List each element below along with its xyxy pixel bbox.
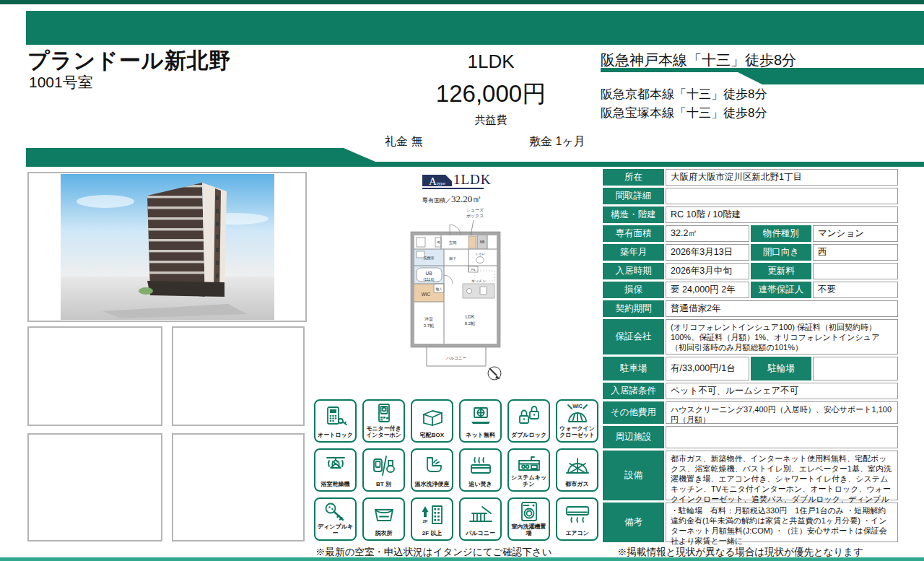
property-flyer-page: プランドール新北野 1001号室 1LDK 126,000円 共益費 礼金 無 …	[0, 0, 924, 561]
room-label-ub-size: (1116)	[423, 277, 434, 282]
table-row-location: 所在 大阪府大阪市淀川区新北野1丁目	[603, 169, 898, 186]
type-letter: A	[429, 175, 437, 187]
amenity-cell-4: ネット無料	[459, 399, 502, 443]
bottom-strip	[0, 557, 924, 561]
amenity-cell-9: 温水洗浄便座	[411, 448, 453, 492]
divider-band-swoosh	[26, 148, 924, 167]
property-name: プランドール新北野	[27, 46, 232, 76]
amenity-label: モニター付きインターホン	[364, 426, 404, 439]
floorplan-type-badge: Atype	[422, 175, 452, 186]
table-row-guarantor-company: 保証会社 (オリコフォレントインシュア100) 保証料（初回契約時）100%、保…	[603, 319, 898, 355]
amenity-label: ウォークインクローゼット	[557, 426, 597, 439]
access-line-3: 阪急宝塚本線「十三」徒歩8分	[601, 105, 767, 121]
amenity-cell-12: 都市ガス	[556, 448, 598, 492]
room-label-ps: PS	[471, 268, 476, 271]
double-lock-icon	[515, 401, 544, 432]
amenity-cell-10: 追い焚き	[459, 448, 502, 492]
amenity-cell-16: バルコニー	[459, 497, 502, 541]
room-label-bedroom-size: 3.7帖	[424, 323, 434, 329]
access-line-2: 阪急京都本線「十三」徒歩8分	[601, 86, 767, 103]
amenity-label: システムキッチン	[509, 475, 549, 488]
property-table: 所在 大阪府大阪市淀川区新北野1丁目 間取詳細 構造・階建 RC 10階 / 1…	[603, 169, 898, 544]
room-label-toilet: トイレ	[475, 252, 485, 256]
dressing-room-icon	[370, 499, 398, 531]
amenity-cell-7: 浴室乾燥機	[314, 448, 357, 492]
table-row-area: 専有面積 32.2㎡ 物件種別 マンション	[603, 225, 898, 242]
table-row-movein: 入居時期 2026年3月中旬 更新料	[603, 263, 898, 279]
room-label-mono: 物入	[436, 287, 443, 292]
room-label-shoes-2: ボックス	[466, 214, 484, 218]
room-label-senmen: 洗面室	[424, 256, 435, 261]
amenity-label: 追い焚き	[468, 482, 492, 488]
room-label-mb: MB	[480, 240, 485, 244]
amenity-cell-6: WICウォークインクローゼット	[556, 399, 598, 443]
washlet-icon	[418, 450, 447, 482]
compass-icon	[488, 367, 501, 380]
room-label-wic: WIC	[422, 292, 431, 297]
walk-in-closet-icon: WIC	[563, 401, 592, 426]
building-photo	[61, 174, 274, 320]
amenity-cell-5: ダブルロック	[507, 399, 550, 443]
reheat-bath-icon	[466, 450, 495, 482]
amenity-cell-14: 脱衣所	[362, 497, 405, 541]
table-row-insurance: 損保 要 24,000円 2年 連帯保証人 不要	[603, 282, 898, 298]
access-underline-swoosh	[601, 68, 924, 84]
second-floor-up-icon: 2F	[418, 499, 447, 531]
amenity-cell-1: オートロック	[314, 399, 357, 443]
bath-toilet-separate-icon	[370, 450, 398, 482]
building-photo-box	[27, 172, 307, 322]
amenity-cell-11: システムキッチン	[507, 448, 550, 492]
rent-amount: 126,000円	[401, 78, 581, 110]
balcony-icon	[466, 499, 495, 531]
room-label-ldk: LDK	[466, 314, 475, 319]
table-row-built: 築年月 2026年3月13日 開口向き 西	[603, 244, 898, 261]
floorplan-underline	[422, 188, 484, 189]
room-label-genkan: 玄関	[449, 240, 458, 245]
delivery-box-icon	[418, 401, 447, 432]
monitor-intercom-icon	[370, 401, 398, 426]
amenity-cell-3: 宅配BOX	[411, 399, 453, 443]
header-band	[26, 11, 924, 45]
amenity-label: ネット無料	[466, 432, 495, 439]
svg-text:WIC: WIC	[572, 404, 583, 409]
room-label-bedroom: 洋室	[424, 316, 433, 321]
table-row-structure: 構造・階建 RC 10階 / 10階建	[603, 206, 898, 223]
amenity-cell-18: エアコン	[556, 497, 598, 541]
amenity-cell-13: ディンプルキー	[314, 497, 357, 541]
table-row-layout-detail: 間取詳細	[603, 188, 898, 204]
table-row-parking: 駐車場 有/33,000円/1台 駐輪場	[603, 357, 898, 380]
amenity-label: オートロック	[318, 432, 353, 439]
amenity-label: ディンプルキー	[315, 524, 355, 537]
room-number: 1001号室	[29, 72, 93, 92]
table-row-nearby: 周辺施設	[603, 426, 898, 448]
amenity-label: BT 別	[376, 482, 391, 488]
amenity-label: 宅配BOX	[420, 432, 444, 439]
room-label-balcony: バルコニー	[445, 356, 466, 360]
common-fee-label: 共益費	[401, 113, 581, 127]
access-line-1: 阪急神戸本線「十三」徒歩8分	[601, 51, 796, 70]
room-label-ldk-size: 8.2帖	[465, 321, 475, 326]
room-label-shoes-1: シューズ	[466, 208, 484, 212]
table-row-remarks: 備考 ・駐輪場 有料：月額税込330円 1住戸1台のみ ・短期解約違約金有(1年…	[603, 503, 898, 542]
svg-text:2F: 2F	[422, 519, 427, 523]
dimple-key-icon	[321, 499, 350, 524]
table-row-conditions: 入居諸条件 ペット不可、ルームシェア不可	[603, 383, 898, 399]
amenity-cell-15: 2F2F 以上	[411, 497, 453, 541]
amenity-label: ダブルロック	[511, 432, 546, 439]
amenity-cell-8: BT 別	[362, 448, 405, 492]
amenity-label: 脱衣所	[375, 531, 393, 537]
indoor-washer-icon	[515, 499, 544, 524]
bath-dryer-icon	[321, 450, 350, 482]
amenity-cell-2: モニター付きインターホン	[362, 399, 405, 443]
photo-box-empty-2	[172, 326, 305, 426]
table-row-contract: 契約期間 普通借家2年	[603, 300, 898, 317]
floorplan-drawing: シューズ ボックス 玄関 MB 棚 洗面室 廊下 トイレ UB (1116) P…	[405, 203, 513, 395]
floorplan-title: 1LDK	[453, 172, 492, 188]
room-label-kitchen: キッチン	[471, 279, 486, 283]
type-word: type	[437, 181, 445, 186]
city-gas-icon	[563, 450, 592, 482]
autolock-icon	[321, 401, 350, 432]
top-strip	[0, 0, 924, 4]
room-label-rouka: 廊下	[449, 256, 456, 261]
key-money: 礼金 無	[385, 134, 422, 149]
